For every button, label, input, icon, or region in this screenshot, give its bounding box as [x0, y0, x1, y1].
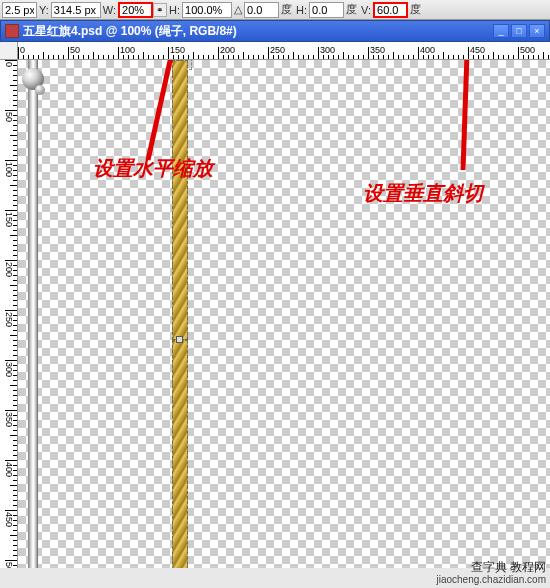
- minimize-button[interactable]: _: [493, 24, 509, 38]
- width-scale-input[interactable]: [118, 2, 153, 18]
- w-label: W:: [103, 4, 116, 16]
- document-title: 五星红旗4.psd @ 100% (绳子, RGB/8#): [23, 23, 493, 40]
- transform-anchor[interactable]: [176, 336, 183, 343]
- ps-doc-icon: [5, 24, 19, 38]
- vskew-input[interactable]: [373, 2, 408, 18]
- watermark: 查字典 教程网 jiaocheng.chazidian.com: [436, 560, 546, 586]
- y-label: Y:: [39, 4, 49, 16]
- maximize-button[interactable]: □: [511, 24, 527, 38]
- window-buttons: _ □ ×: [493, 24, 545, 38]
- hskew-label: H:: [296, 4, 307, 16]
- annotation-left: 设置水平缩放: [93, 155, 213, 182]
- document-titlebar[interactable]: 五星红旗4.psd @ 100% (绳子, RGB/8#) _ □ ×: [0, 20, 550, 42]
- annotation-arrows: [18, 60, 550, 568]
- flagpole-ball-small: [35, 85, 45, 95]
- rope-segment-2[interactable]: [172, 340, 188, 568]
- link-icon[interactable]: ⚭: [153, 3, 167, 17]
- deg-label-3: 度: [410, 2, 421, 17]
- height-scale-input[interactable]: [182, 2, 232, 18]
- deg-label-2: 度: [346, 2, 357, 17]
- deg-label-1: 度: [281, 2, 292, 17]
- flagpole: [28, 60, 38, 568]
- watermark-main: 查字典 教程网: [436, 560, 546, 574]
- annotation-right: 设置垂直斜切: [363, 180, 483, 207]
- svg-line-2: [463, 60, 468, 170]
- ruler-horizontal[interactable]: 050100150200250300350400450500550: [18, 42, 550, 60]
- vskew-label: V:: [361, 4, 371, 16]
- x-input[interactable]: [2, 2, 37, 18]
- ruler-corner[interactable]: [0, 42, 18, 60]
- h-label: H:: [169, 4, 180, 16]
- y-input[interactable]: [51, 2, 101, 18]
- angle-label: △: [234, 3, 242, 16]
- transform-options-bar: Y: W: ⚭ H: △ 度 H: 度 V: 度: [0, 0, 550, 20]
- hskew-input[interactable]: [309, 2, 344, 18]
- canvas[interactable]: 设置水平缩放 设置垂直斜切: [18, 60, 550, 568]
- close-button[interactable]: ×: [529, 24, 545, 38]
- ruler-vertical[interactable]: 050100150200250300350400450500550: [0, 60, 18, 568]
- rotate-input[interactable]: [244, 2, 279, 18]
- watermark-sub: jiaocheng.chazidian.com: [436, 574, 546, 586]
- rope-segment-1[interactable]: [172, 60, 188, 340]
